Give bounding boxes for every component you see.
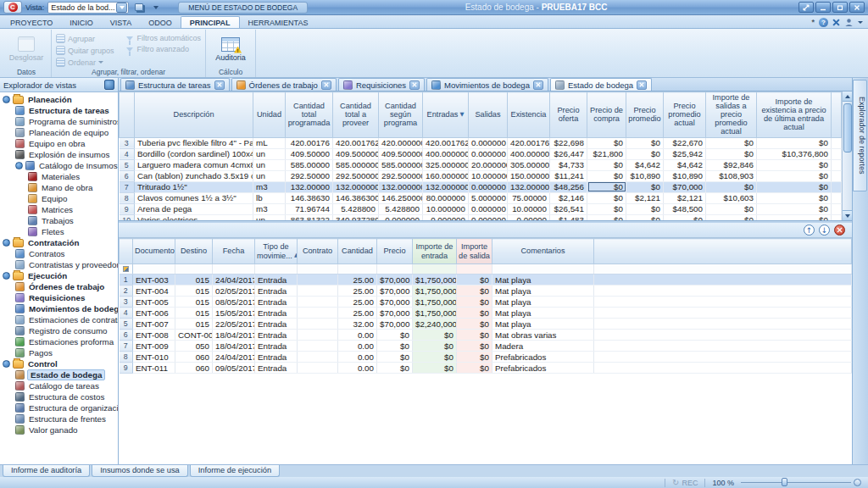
cell[interactable]: $2,240,000 bbox=[413, 319, 457, 330]
cell[interactable]: $70,000 bbox=[377, 297, 413, 308]
row-number[interactable]: 9 bbox=[120, 363, 133, 374]
column-header-importe-de-existencia-a-precio-de-ltima-entrada-actual[interactable]: Importe de existencia a precio de última… bbox=[757, 92, 832, 138]
cell[interactable]: Varios electricos bbox=[135, 214, 253, 220]
table-row[interactable]: 5Larguero madera comun 4cmx8cmx2.80mun58… bbox=[120, 159, 842, 170]
cell[interactable]: $1,483 bbox=[550, 214, 587, 220]
cell[interactable]: $0 bbox=[457, 319, 492, 330]
cell[interactable]: 060 bbox=[175, 363, 213, 374]
cell[interactable]: $0 bbox=[457, 341, 492, 352]
cell[interactable] bbox=[298, 308, 338, 319]
column-header-unidad[interactable]: Unidad bbox=[253, 92, 286, 138]
move-down-icon[interactable]: ↓ bbox=[819, 225, 830, 236]
zoom-slider-thumb[interactable] bbox=[782, 478, 787, 486]
minimize-button[interactable] bbox=[815, 2, 831, 13]
row-number[interactable]: 3 bbox=[120, 297, 133, 308]
views-panel-icon[interactable] bbox=[104, 80, 114, 90]
cell[interactable]: Larguero madera comun 4cmx8cmx2.80m bbox=[135, 159, 253, 170]
cell[interactable] bbox=[298, 341, 338, 352]
cell[interactable]: $0 bbox=[587, 214, 626, 220]
table-row[interactable]: 6ENT-008CONT-00318/04/2017Entrada0.00$0$… bbox=[120, 330, 852, 341]
column-header-precio-oferta[interactable]: Precio oferta bbox=[550, 92, 587, 138]
cell[interactable]: 146.250000 bbox=[379, 192, 423, 203]
cell[interactable]: 0.000000 bbox=[379, 214, 423, 220]
cell[interactable]: $0 bbox=[757, 170, 832, 181]
cell[interactable]: Entrada bbox=[255, 274, 298, 286]
cell[interactable]: $48,256 bbox=[550, 181, 587, 192]
close-button[interactable] bbox=[849, 2, 865, 13]
close-tab-icon[interactable] bbox=[637, 80, 647, 90]
column-header-cantidad-total-programada[interactable]: Cantidad total programada bbox=[286, 92, 333, 138]
cell[interactable]: 0.000000 bbox=[469, 148, 508, 159]
cell[interactable]: 32.00 bbox=[338, 319, 377, 330]
table-row[interactable]: 9ENT-01106009/05/2017Entrada0.00$0$0$0Pr… bbox=[120, 363, 852, 374]
row-number[interactable]: 6 bbox=[120, 330, 133, 341]
cell[interactable]: 25.00 bbox=[338, 297, 377, 308]
column-header-precio-promedio[interactable]: Precio promedio bbox=[626, 92, 664, 138]
tree-item-cat-logo-de-tareas[interactable]: Catálogo de tareas bbox=[0, 380, 118, 391]
cell[interactable]: Entrada bbox=[255, 352, 298, 363]
tab-proyecto[interactable]: PROYECTO bbox=[2, 17, 61, 28]
cell[interactable]: ENT-003 bbox=[133, 274, 175, 286]
cell[interactable]: 10.000000 bbox=[423, 203, 469, 214]
cell[interactable]: 08/05/2017 bbox=[213, 297, 255, 308]
tree-item-planeaci-n[interactable]: Planeación bbox=[0, 94, 118, 105]
cell[interactable]: 420.001762 bbox=[423, 137, 469, 148]
cell[interactable] bbox=[298, 286, 338, 297]
column-header-importe-de-salidas-a-precio-promedio-actual[interactable]: Importe de salidas a precio promedio act… bbox=[706, 92, 757, 138]
column-header-documento[interactable]: Documento bbox=[133, 239, 175, 264]
table-row[interactable]: 6Can (tablon) zunchado 3.5x19 cm en mad.… bbox=[120, 170, 842, 181]
close-tab-icon[interactable] bbox=[321, 80, 331, 90]
cell[interactable]: 585.000000 bbox=[379, 159, 423, 170]
tree-item-equipo-en-obra[interactable]: Equipo en obra bbox=[0, 138, 118, 149]
cell[interactable]: $70,000 bbox=[377, 319, 413, 330]
cell[interactable]: $1,750,000 bbox=[413, 286, 457, 297]
tab-inicio[interactable]: INICIO bbox=[61, 17, 102, 28]
cell[interactable]: $0 bbox=[757, 214, 832, 220]
cell[interactable]: 132.00000 bbox=[286, 181, 333, 192]
column-header-importe-de-salida[interactable]: Importe de salida bbox=[457, 239, 492, 264]
tree-item-estructura-de-frentes[interactable]: Estructura de frentes bbox=[0, 413, 118, 424]
column-header-existencia[interactable]: Existencia bbox=[508, 92, 550, 138]
cell[interactable]: $0 bbox=[587, 203, 626, 214]
tree-item-pagos[interactable]: Pagos bbox=[0, 347, 118, 358]
cell[interactable]: $0 bbox=[587, 181, 626, 192]
menu-title[interactable]: MENÚ DE ESTADO DE BODEGA bbox=[178, 2, 308, 14]
cell[interactable]: 420.000000 bbox=[379, 137, 423, 148]
tree-item-rdenes-de-trabajo[interactable]: Órdenes de trabajo bbox=[0, 281, 118, 292]
cell[interactable]: Bordillo (cordon sardinel) 100x45x15 bbox=[135, 148, 253, 159]
cell[interactable]: $0 bbox=[664, 214, 706, 220]
expander-icon[interactable] bbox=[3, 239, 10, 247]
row-number[interactable]: 7 bbox=[120, 181, 135, 192]
cell[interactable]: ENT-006 bbox=[133, 308, 175, 319]
column-header-cantidad-seg-n-programa[interactable]: Cantidad según programa bbox=[379, 92, 423, 138]
cell[interactable]: Prefabricados bbox=[492, 363, 594, 374]
column-header-contrato[interactable]: Contrato bbox=[298, 239, 338, 264]
cell[interactable]: $0 bbox=[757, 159, 832, 170]
cell[interactable] bbox=[298, 274, 338, 286]
cell[interactable]: $0 bbox=[413, 341, 457, 352]
cell[interactable]: 015 bbox=[175, 286, 213, 297]
view-selector[interactable]: Estado de la bod... bbox=[47, 2, 129, 14]
cell[interactable]: ENT-011 bbox=[133, 363, 175, 374]
cell[interactable]: $0 bbox=[377, 363, 413, 374]
cell[interactable]: 02/05/2017 bbox=[213, 286, 255, 297]
cell[interactable]: $11,241 bbox=[550, 170, 587, 181]
cell[interactable]: $0 bbox=[706, 148, 757, 159]
doc-tab-rdenes-de-trabajo[interactable]: Órdenes de trabajo bbox=[231, 78, 337, 91]
cell[interactable]: 150.00000 bbox=[508, 170, 550, 181]
cell[interactable]: $70,000 bbox=[377, 308, 413, 319]
cell[interactable]: 5.428800 bbox=[379, 203, 423, 214]
cell[interactable]: $0 bbox=[757, 181, 832, 192]
cell[interactable]: $0 bbox=[377, 341, 413, 352]
cell[interactable]: 409.50000 bbox=[286, 148, 333, 159]
cell[interactable]: $92,846 bbox=[706, 159, 757, 170]
tree-item-requisiciones[interactable]: Requisiciones bbox=[0, 292, 118, 303]
cell[interactable]: $0 bbox=[706, 203, 757, 214]
column-header-fecha[interactable]: Fecha bbox=[213, 239, 255, 264]
cell[interactable]: Entrada bbox=[255, 297, 298, 308]
scroll-down-icon[interactable] bbox=[843, 210, 853, 220]
cell[interactable]: 0.00 bbox=[338, 363, 377, 374]
cell[interactable]: $2,121 bbox=[664, 192, 706, 203]
cell[interactable]: m3 bbox=[253, 203, 286, 214]
cell[interactable]: $0 bbox=[626, 214, 664, 220]
